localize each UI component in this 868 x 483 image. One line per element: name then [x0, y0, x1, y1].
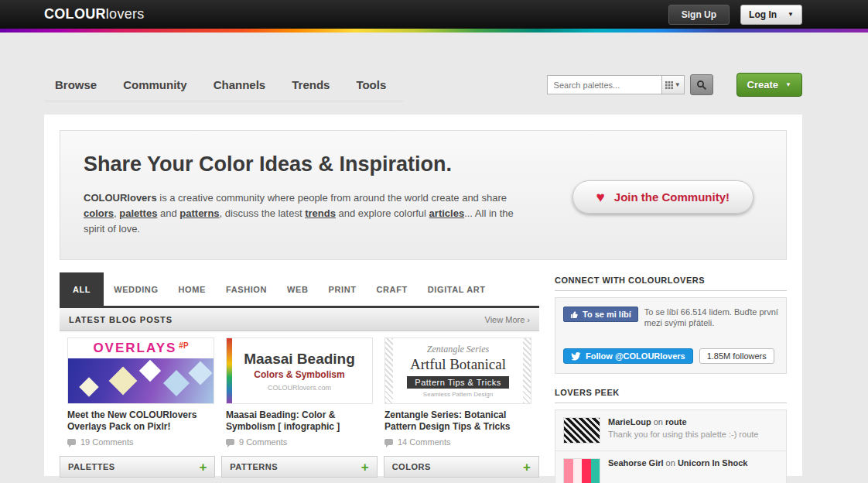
comment-count[interactable]: 14 Comments	[398, 437, 450, 447]
blog-post-title[interactable]: Zentangle Series: Botanical Pattern Desi…	[384, 409, 531, 433]
add-pattern-button[interactable]: +	[361, 461, 369, 474]
chevron-down-icon: ▼	[675, 82, 681, 88]
pattern-border	[523, 338, 531, 403]
search-button[interactable]	[690, 74, 713, 95]
colors-section-header: COLORS +	[384, 456, 539, 478]
tab-fashion[interactable]: FASHION	[216, 272, 277, 306]
twitter-follow-button[interactable]: Follow @COLOURlovers	[563, 348, 693, 364]
blog-post-image-zentangle[interactable]: Zentangle Series Artful Botanical Patter…	[384, 337, 531, 404]
peek-username[interactable]: Seahorse Girl	[608, 458, 664, 468]
blog-post-image-overlays[interactable]: OVERLAYS #P	[67, 337, 214, 404]
overlays-image-title: OVERLAYS	[93, 341, 176, 356]
palettes-link[interactable]: palettes	[119, 207, 157, 219]
pattern-thumbnail[interactable]	[563, 417, 600, 444]
diamond-shape	[163, 370, 190, 396]
twitter-widget: Follow @COLOURlovers 1.85M followers	[563, 348, 778, 364]
intro-text: is a creative community where people fro…	[157, 192, 507, 204]
blog-post-meta: 14 Comments	[384, 437, 531, 447]
comment-icon	[384, 439, 393, 445]
nav-item-community[interactable]: Community	[123, 78, 187, 91]
palette-thumbnail[interactable]	[563, 458, 600, 483]
thumbs-up-icon	[570, 310, 579, 319]
tab-print[interactable]: PRINT	[319, 272, 367, 306]
peek-target-link[interactable]: route	[665, 417, 687, 426]
join-label: Join the Community!	[614, 190, 730, 204]
blog-post-meta: 9 Comments	[226, 437, 373, 447]
blog-post-meta: 19 Comments	[67, 437, 214, 447]
tab-wedding[interactable]: WEDDING	[104, 272, 168, 306]
twitter-follow-label: Follow @COLOURlovers	[586, 351, 685, 361]
patterns-link[interactable]: patterns	[179, 207, 219, 219]
left-column: ALL WEDDING HOME FASHION WEB PRINT CRAFT…	[60, 272, 539, 483]
twitter-follower-count[interactable]: 1.85M followers	[699, 348, 774, 364]
intro-text: and explore colorful	[336, 207, 429, 219]
search-icon	[696, 80, 707, 91]
blog-post-title[interactable]: Meet the New COLOURlovers Overlays Pack …	[67, 409, 214, 433]
tab-craft[interactable]: CRAFT	[367, 272, 418, 306]
nav-item-tools[interactable]: Tools	[356, 78, 386, 91]
lovers-peek-list: MarieLoup on route Thank you for using t…	[555, 409, 787, 483]
logo-light-part: lovers	[106, 6, 145, 22]
tab-home[interactable]: HOME	[169, 272, 216, 306]
add-color-button[interactable]: +	[523, 461, 531, 474]
nav-item-channels[interactable]: Channels	[214, 78, 266, 91]
palette-color	[582, 459, 591, 483]
blog-post-card[interactable]: Maasai Beading Colors & Symbolism COLOUR…	[226, 337, 373, 447]
zentangle-image-caption: Seamless Pattern Design	[423, 391, 493, 398]
grid-icon	[665, 81, 673, 89]
zentangle-image-series: Zentangle Series	[427, 344, 489, 355]
palettes-label: PALETTES	[68, 462, 115, 471]
tab-digital-art[interactable]: DIGITAL ART	[418, 272, 496, 306]
intro-text: , discuss the latest	[220, 207, 306, 219]
comment-count[interactable]: 19 Comments	[80, 437, 133, 447]
login-button[interactable]: Log In ▼	[740, 5, 802, 25]
top-bar-inner: COLOURlovers Sign Up Log In ▼	[44, 0, 802, 29]
nav-item-trends[interactable]: Trends	[292, 78, 330, 91]
page-container: Browse Community Channels Trends Tools ▼…	[44, 33, 802, 476]
overlays-image-art	[68, 358, 214, 403]
create-button[interactable]: Create ▼	[736, 73, 802, 97]
pattern-border	[385, 338, 393, 403]
comment-count[interactable]: 9 Comments	[239, 437, 287, 447]
search-group: ▼	[547, 74, 713, 95]
nav-tools: ▼ Create ▼	[547, 73, 802, 101]
tab-all[interactable]: ALL	[60, 272, 104, 306]
add-palette-button[interactable]: +	[199, 461, 207, 474]
view-more-link[interactable]: View More ›	[485, 315, 530, 324]
articles-link[interactable]: articles	[429, 207, 465, 219]
brand-name: COLOURlovers	[84, 192, 157, 204]
social-panel: To se mi líbí To se líbí 66.514 lidem. B…	[555, 297, 787, 374]
main-nav: Browse Community Channels Trends Tools	[44, 78, 403, 101]
search-input[interactable]	[547, 75, 661, 94]
twitter-bird-icon	[571, 352, 581, 361]
trends-link[interactable]: trends	[305, 207, 336, 219]
blog-post-title[interactable]: Maasai Beading: Color & Symbolism [ info…	[226, 409, 373, 433]
facebook-like-button[interactable]: To se mi líbí	[563, 307, 638, 322]
palette-color	[591, 459, 600, 483]
peek-username[interactable]: MarieLoup	[608, 417, 651, 426]
nav-item-browse[interactable]: Browse	[55, 78, 97, 91]
top-actions: Sign Up Log In ▼	[668, 5, 802, 25]
peek-comment: Thank you for using this palette :-) rou…	[608, 430, 758, 440]
diamond-shape	[79, 377, 98, 396]
blog-post-cards: OVERLAYS #P Meet the New COLO	[60, 331, 539, 450]
signup-button[interactable]: Sign Up	[668, 5, 730, 25]
zentangle-image-title: Artful Botanical	[410, 356, 506, 373]
colors-link[interactable]: colors	[84, 207, 114, 219]
peek-target-link[interactable]: Unicorn In Shock	[678, 458, 747, 468]
blog-post-card[interactable]: Zentangle Series Artful Botanical Patter…	[384, 337, 531, 447]
maasai-image-title: Maasai Beading	[244, 351, 355, 368]
logo-bold-part: COLOUR	[44, 6, 106, 22]
blog-post-card[interactable]: OVERLAYS #P Meet the New COLO	[67, 337, 214, 447]
heart-icon: ♥	[596, 190, 605, 204]
content-card: Share Your Color Ideas & Inspiration. CO…	[44, 115, 802, 476]
search-type-dropdown[interactable]: ▼	[661, 75, 685, 94]
tab-web[interactable]: WEB	[277, 272, 318, 306]
diamond-shape	[188, 361, 212, 385]
color-stripe	[227, 338, 232, 403]
join-community-button[interactable]: ♥ Join the Community!	[572, 180, 754, 214]
palette-color	[573, 459, 583, 483]
colourlovers-logo[interactable]: COLOURlovers	[44, 6, 145, 22]
peek-on-text: on	[666, 458, 675, 468]
blog-post-image-maasai[interactable]: Maasai Beading Colors & Symbolism COLOUR…	[226, 337, 373, 404]
